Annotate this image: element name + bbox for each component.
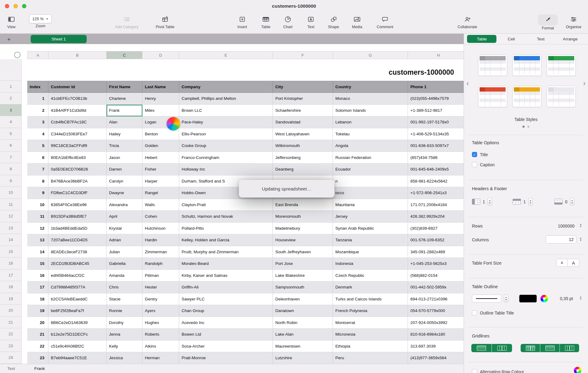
table-cell[interactable]: 11 bbox=[27, 211, 48, 223]
table-cell[interactable]: Peru bbox=[333, 352, 408, 364]
tab-cell[interactable]: Cell bbox=[496, 35, 526, 43]
table-cell[interactable]: Hester bbox=[142, 281, 179, 293]
row-header-5[interactable]: 5 bbox=[0, 128, 22, 140]
table-cell[interactable]: Morales-Beard bbox=[179, 258, 273, 270]
table-cell[interactable]: Alan bbox=[107, 116, 142, 128]
table-cell[interactable]: (657)434-7586 bbox=[408, 152, 464, 164]
row-header-12[interactable]: 12 bbox=[0, 210, 22, 222]
table-cell[interactable]: Julian bbox=[107, 246, 142, 258]
table-cell[interactable]: 14 bbox=[27, 246, 48, 258]
row-header-17[interactable]: 17 bbox=[0, 269, 22, 281]
table-cell[interactable]: 16 bbox=[27, 270, 48, 282]
table-cell[interactable]: 18 bbox=[27, 293, 48, 305]
column-header-A[interactable]: A bbox=[27, 51, 48, 59]
table-cell[interactable]: Russian Federation bbox=[333, 152, 408, 164]
all-gridlines-button[interactable] bbox=[521, 344, 540, 352]
table-cell[interactable]: b2CC5AfeBEaeddC bbox=[48, 293, 107, 305]
table-cell[interactable]: Randolph bbox=[142, 258, 179, 270]
collaborate-button[interactable]: Collaborate bbox=[450, 14, 484, 29]
table-cell[interactable]: 054-570-5779x000 bbox=[408, 305, 464, 317]
table-cell[interactable]: South Jeffreyhaven bbox=[273, 246, 333, 258]
table-style-simple-gray[interactable] bbox=[478, 55, 507, 76]
table-style-blue-header[interactable] bbox=[512, 55, 541, 76]
table-cell[interactable]: Pittman bbox=[142, 270, 179, 282]
table-cell[interactable]: Lutzshire bbox=[273, 352, 333, 364]
table-cell[interactable]: 22 bbox=[27, 341, 48, 352]
table-cell[interactable]: East Brenda bbox=[273, 199, 333, 211]
decrease-font-button[interactable]: A bbox=[556, 259, 568, 267]
table-cell[interactable]: Deanberg bbox=[273, 164, 333, 175]
table-cell[interactable]: n bbox=[333, 175, 408, 187]
table-cell[interactable]: April bbox=[107, 211, 142, 223]
table-cell[interactable]: Gabriella bbox=[107, 258, 142, 270]
table-cell[interactable]: 23 bbox=[27, 352, 48, 364]
table-cell[interactable]: 171.071.2008x4184 bbox=[408, 199, 464, 211]
table-cell[interactable]: 12 bbox=[27, 223, 48, 235]
table-cell[interactable]: Pruitt, Murphy and Zimmerman bbox=[179, 246, 273, 258]
table-style-plain-light[interactable] bbox=[547, 86, 576, 107]
pivot-table-button[interactable]: Pivot Table bbox=[148, 14, 182, 29]
table-cell[interactable]: North Robin bbox=[273, 317, 333, 329]
tab-text[interactable]: Text bbox=[526, 35, 556, 43]
table-cell[interactable]: +1-406-529-5134x35 bbox=[408, 128, 464, 140]
table-cell[interactable]: 8 bbox=[27, 175, 48, 187]
table-cell[interactable]: Hardin bbox=[142, 234, 179, 246]
increase-font-button[interactable]: A bbox=[568, 259, 579, 267]
alternating-colour-wheel-icon[interactable] bbox=[574, 367, 581, 373]
table-cell[interactable]: 001-442-502-5959x bbox=[408, 281, 464, 293]
table-cell[interactable]: French Polynesia bbox=[333, 305, 408, 317]
table-cell[interactable]: Lebanon bbox=[333, 116, 408, 128]
table-cell[interactable]: 10 bbox=[27, 199, 48, 211]
table-cell[interactable]: Schaefershire bbox=[273, 105, 333, 117]
table-cell[interactable]: 20 bbox=[27, 317, 48, 329]
title-checkbox[interactable]: ✓ bbox=[472, 152, 477, 157]
table-cell[interactable]: 3 bbox=[27, 116, 48, 128]
table-cell[interactable]: Kirby, Kaiser and Salinas bbox=[179, 270, 273, 282]
table-cell[interactable]: Sampsonmouth bbox=[273, 281, 333, 293]
table-cell[interactable]: Denmark bbox=[333, 281, 408, 293]
table-cell[interactable]: Micronesia bbox=[333, 329, 408, 341]
table-cell[interactable]: FDfbeC1C4CD3DfF bbox=[48, 187, 107, 199]
row-header-20[interactable]: 20 bbox=[0, 305, 22, 317]
column-header-B[interactable]: B bbox=[48, 51, 107, 59]
table-cell[interactable]: Lake Alan bbox=[273, 329, 333, 341]
table-cell[interactable]: Wilkinsmouth bbox=[273, 140, 333, 152]
table-cell[interactable]: +1-572-906-2541x3 bbox=[408, 187, 464, 199]
table-style-orange-header[interactable] bbox=[512, 86, 541, 107]
table-cell[interactable]: Pollard-Pitts bbox=[179, 223, 273, 235]
row-header-1[interactable]: 1 bbox=[0, 81, 22, 92]
table-cell[interactable]: Stacie bbox=[107, 293, 142, 305]
row-header-11[interactable]: 11 bbox=[0, 199, 22, 211]
table-cell[interactable]: Indonesia bbox=[333, 258, 408, 270]
table-cell[interactable]: 7207aBee11CD4D5 bbox=[48, 234, 107, 246]
header-rows-stepper-control[interactable]: ▲▼ bbox=[528, 198, 533, 205]
table-cell[interactable]: Kelly bbox=[107, 341, 142, 352]
row-header-13[interactable]: 13 bbox=[0, 222, 22, 234]
table-cell[interactable]: Port Jose bbox=[273, 258, 333, 270]
styles-prev-button[interactable]: ‹ bbox=[466, 79, 469, 88]
table-cell[interactable]: Madelinebury bbox=[273, 223, 333, 235]
columns-value-field[interactable]: 12 bbox=[546, 235, 576, 243]
table-cell[interactable]: Rangel bbox=[142, 187, 179, 199]
row-header-9[interactable]: 9 bbox=[0, 175, 22, 187]
line-style-dropdown[interactable] bbox=[472, 295, 501, 303]
table-cell[interactable]: Port Kristopher bbox=[273, 93, 333, 105]
table-cell[interactable]: 99C18CE3aCFFdf9 bbox=[48, 140, 107, 152]
column-header-F[interactable]: F bbox=[273, 51, 333, 59]
table-cell[interactable]: 5 bbox=[27, 140, 48, 152]
tab-arrange[interactable]: Arrange bbox=[556, 35, 585, 43]
table-cell[interactable]: 345-091-2882x469 bbox=[408, 246, 464, 258]
table-cell[interactable]: 2ECD1fB3DBABC45 bbox=[48, 258, 107, 270]
table-cell[interactable]: Cohen bbox=[142, 211, 179, 223]
table-cell[interactable]: 6B6Ce2eD1A63639 bbox=[48, 317, 107, 329]
color-wheel-icon[interactable] bbox=[541, 295, 548, 302]
table-cell[interactable]: Chan Group bbox=[179, 305, 273, 317]
table-cell[interactable]: 6 bbox=[27, 152, 48, 164]
table-cell[interactable]: 41B4AfFF1Cd3d9d bbox=[48, 105, 107, 117]
table-cell[interactable]: Campbell, Phillips and Melton bbox=[179, 93, 273, 105]
table-cell[interactable]: Carolyn bbox=[107, 175, 142, 187]
table-cell[interactable]: (023)055-4496x7579 bbox=[408, 93, 464, 105]
table-cell[interactable]: 858-981-6224x5642 bbox=[408, 175, 464, 187]
comment-button[interactable]: Comment bbox=[368, 14, 402, 29]
table-cell[interactable]: Houseview bbox=[273, 234, 333, 246]
